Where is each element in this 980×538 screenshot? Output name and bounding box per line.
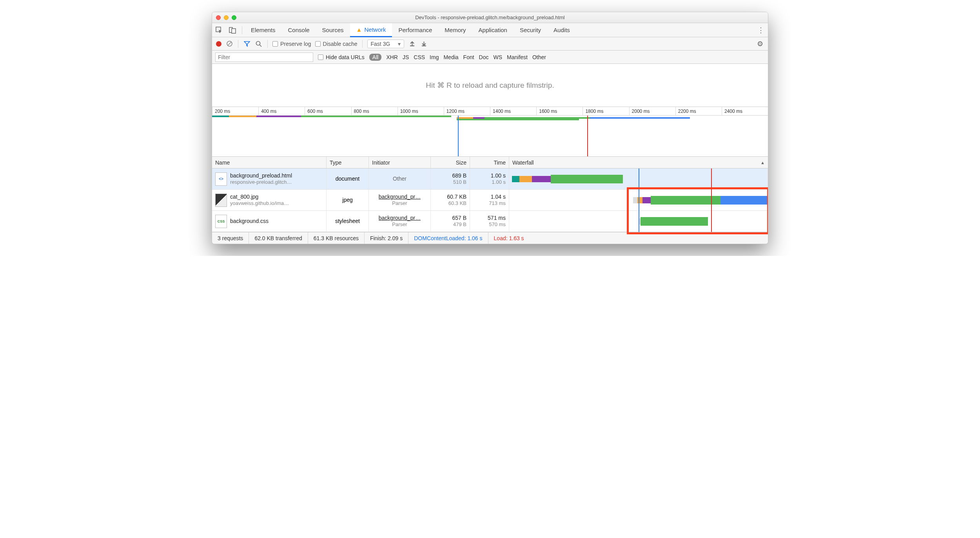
col-size[interactable]: Size [431, 157, 470, 168]
col-name[interactable]: Name [212, 157, 327, 168]
tab-sources[interactable]: Sources [316, 23, 350, 37]
chevron-down-icon: ▾ [398, 41, 401, 47]
status-finish: Finish: 2.09 s [365, 232, 408, 244]
image-icon [215, 194, 227, 207]
gear-icon[interactable]: ⚙ [756, 40, 764, 48]
type-value: stylesheet [335, 217, 360, 225]
status-resources: 61.3 KB resources [308, 232, 365, 244]
file-name: background.css [230, 217, 269, 225]
tick: 1200 ms [444, 107, 490, 116]
tick: 200 ms [212, 107, 258, 116]
initiator-sub: Parser [392, 221, 407, 228]
size-value: 657 B [452, 214, 466, 221]
overview-area[interactable] [212, 116, 768, 156]
filter-font[interactable]: Font [463, 54, 474, 60]
disable-cache-checkbox[interactable]: Disable cache [315, 41, 358, 47]
hide-data-urls-checkbox[interactable]: Hide data URLs [318, 54, 365, 60]
col-waterfall[interactable]: Waterfall ▲ [509, 157, 768, 168]
col-time[interactable]: Time [470, 157, 509, 168]
table-row[interactable]: CSS background.css stylesheet background… [212, 211, 768, 232]
timeline-overview[interactable]: 200 ms 400 ms 600 ms 800 ms 1000 ms 1200… [212, 107, 768, 157]
filter-other[interactable]: Other [532, 54, 546, 60]
size-sub: 510 B [453, 179, 466, 186]
tick: 1600 ms [536, 107, 583, 116]
filter-xhr[interactable]: XHR [386, 54, 398, 60]
filter-media[interactable]: Media [443, 54, 458, 60]
hide-data-urls-label: Hide data URLs [326, 54, 365, 60]
maximize-icon[interactable] [232, 15, 236, 20]
table-row[interactable]: <> background_preload.html responsive-pr… [212, 168, 768, 190]
devtools-window: DevTools - responsive-preload.glitch.me/… [212, 12, 768, 244]
device-toggle-icon[interactable] [229, 26, 236, 34]
css-icon: CSS [215, 215, 227, 228]
tick: 2200 ms [675, 107, 722, 116]
tab-audits[interactable]: Audits [547, 23, 576, 37]
col-type[interactable]: Type [327, 157, 369, 168]
tick: 1400 ms [490, 107, 536, 116]
time-value: 1.04 s [491, 193, 506, 200]
tab-performance[interactable]: Performance [392, 23, 438, 37]
type-value: document [336, 175, 359, 182]
record-button[interactable] [216, 41, 221, 47]
tab-network[interactable]: ▲ Network [350, 23, 392, 37]
time-ruler: 200 ms 400 ms 600 ms 800 ms 1000 ms 1200… [212, 107, 768, 116]
network-toolbar: Preserve log Disable cache Fast 3G ▾ ⚙ [212, 37, 768, 51]
sort-caret-icon: ▲ [760, 160, 765, 165]
more-icon[interactable]: ⋮ [757, 26, 765, 34]
status-transferred: 62.0 KB transferred [249, 232, 308, 244]
file-name: background_preload.html [230, 172, 292, 179]
download-har-icon[interactable] [420, 40, 428, 48]
tick: 1800 ms [583, 107, 629, 116]
titlebar: DevTools - responsive-preload.glitch.me/… [212, 12, 768, 23]
throttle-select[interactable]: Fast 3G ▾ [367, 40, 405, 48]
preserve-log-checkbox[interactable]: Preserve log [272, 41, 311, 47]
initiator-sub: Parser [392, 200, 407, 207]
filter-toggle-icon[interactable] [243, 40, 251, 48]
tick: 1000 ms [397, 107, 444, 116]
size-value: 689 B [452, 172, 466, 179]
filter-css[interactable]: CSS [414, 54, 425, 60]
col-initiator[interactable]: Initiator [369, 157, 431, 168]
clear-icon[interactable] [225, 40, 233, 48]
tab-memory[interactable]: Memory [438, 23, 472, 37]
filter-all[interactable]: All [369, 54, 382, 61]
tab-network-label: Network [364, 26, 386, 33]
tab-security[interactable]: Security [514, 23, 547, 37]
size-sub: 479 B [453, 221, 466, 228]
minimize-icon[interactable] [224, 15, 229, 20]
svg-line-4 [228, 42, 231, 45]
initiator-link[interactable]: background_pr… [379, 193, 421, 200]
time-sub: 570 ms [489, 221, 506, 228]
file-domain: responsive-preload.glitch… [230, 179, 292, 186]
filter-manifest[interactable]: Manifest [507, 54, 528, 60]
size-value: 60.7 KB [447, 193, 466, 200]
inspect-element-icon[interactable] [215, 26, 223, 34]
upload-har-icon[interactable] [408, 40, 416, 48]
filter-bar: Hide data URLs All XHR JS CSS Img Media … [212, 51, 768, 64]
time-sub: 713 ms [489, 200, 506, 207]
tab-application[interactable]: Application [472, 23, 514, 37]
status-requests: 3 requests [212, 232, 249, 244]
table-row[interactable]: cat_800.jpg yoavweiss.github.io/ima… jpe… [212, 190, 768, 211]
tick: 600 ms [305, 107, 351, 116]
tab-elements[interactable]: Elements [245, 23, 282, 37]
document-icon: <> [215, 172, 227, 186]
filter-input[interactable] [215, 53, 313, 62]
status-dcl: DOMContentLoaded: 1.06 s [408, 232, 488, 244]
close-icon[interactable] [216, 15, 221, 20]
disable-cache-label: Disable cache [323, 41, 358, 47]
filter-ws[interactable]: WS [494, 54, 503, 60]
filter-img[interactable]: Img [430, 54, 439, 60]
col-waterfall-label: Waterfall [512, 159, 534, 166]
search-icon[interactable] [255, 40, 263, 48]
size-sub: 60.3 KB [448, 200, 466, 207]
initiator-link[interactable]: background_pr… [379, 214, 421, 221]
status-bar: 3 requests 62.0 KB transferred 61.3 KB r… [212, 232, 768, 244]
tab-console[interactable]: Console [282, 23, 316, 37]
status-load: Load: 1.63 s [488, 232, 530, 244]
filter-js[interactable]: JS [403, 54, 409, 60]
window-title: DevTools - responsive-preload.glitch.me/… [212, 14, 768, 20]
main-tabs: Elements Console Sources ▲ Network Perfo… [212, 23, 768, 37]
filter-doc[interactable]: Doc [479, 54, 489, 60]
time-sub: 1.00 s [492, 179, 506, 186]
